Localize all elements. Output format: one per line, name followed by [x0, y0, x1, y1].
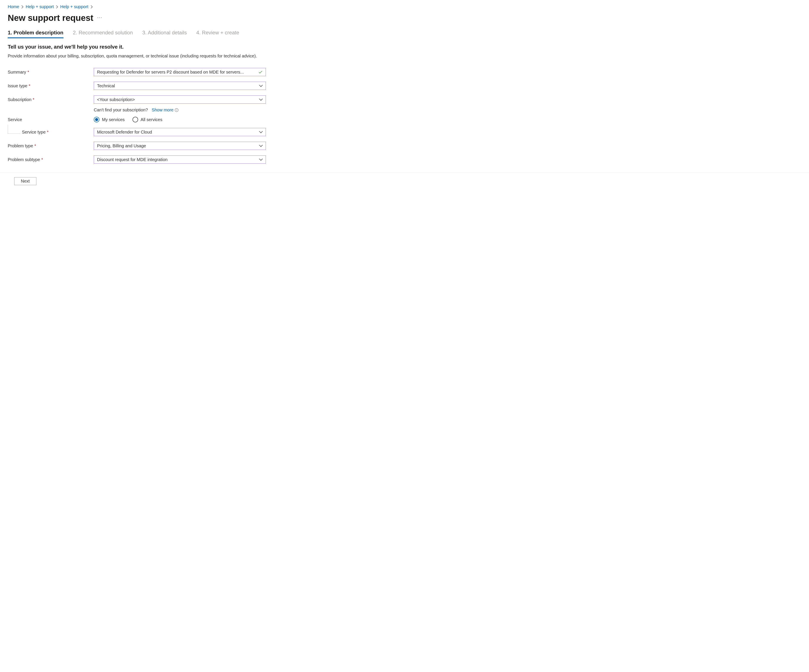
problem-subtype-select[interactable]: Discount request for MDE integration	[94, 156, 266, 164]
page-title: New support request	[8, 13, 93, 23]
show-more-link[interactable]: Show more	[152, 107, 173, 112]
svg-point-2	[176, 109, 177, 109]
subscription-hint: Can't find your subscription? Show more	[94, 107, 266, 112]
service-radio-all-services[interactable]: All services	[133, 117, 163, 122]
problem-subtype-label: Problem subtype*	[8, 157, 94, 162]
subscription-select[interactable]: <Your subscription>	[94, 96, 266, 104]
next-button[interactable]: Next	[14, 177, 36, 185]
section-heading: Tell us your issue, and we'll help you r…	[8, 44, 801, 50]
chevron-right-icon	[56, 5, 58, 8]
tab-problem-description[interactable]: 1. Problem description	[8, 28, 64, 38]
breadcrumb: Home Help + support Help + support	[8, 4, 801, 9]
problem-type-label: Problem type*	[8, 143, 94, 148]
more-actions-button[interactable]: ···	[97, 15, 102, 22]
tab-additional-details[interactable]: 3. Additional details	[143, 28, 187, 38]
service-type-select[interactable]: Microsoft Defender for Cloud	[94, 128, 266, 136]
support-form: Summary* Issue type* Technical	[8, 68, 266, 164]
subscription-label: Subscription*	[8, 97, 94, 102]
service-radio-all-label: All services	[141, 117, 163, 122]
footer-bar: Next	[0, 172, 809, 191]
issue-type-select[interactable]: Technical	[94, 82, 266, 90]
problem-type-select[interactable]: Pricing, Billing and Usage	[94, 142, 266, 150]
issue-type-label: Issue type*	[8, 84, 94, 89]
summary-label: Summary*	[8, 70, 94, 75]
service-radio-my-services[interactable]: My services	[94, 117, 125, 122]
tab-recommended-solution[interactable]: 2. Recommended solution	[73, 28, 133, 38]
service-type-label: Service type*	[22, 130, 49, 135]
section-helper-text: Provide information about your billing, …	[8, 53, 262, 59]
indent-connector	[8, 125, 20, 134]
info-icon[interactable]	[175, 108, 178, 112]
breadcrumb-home[interactable]: Home	[8, 4, 19, 9]
summary-input[interactable]	[94, 68, 266, 76]
chevron-right-icon	[21, 5, 23, 8]
tab-review-create[interactable]: 4. Review + create	[196, 28, 239, 38]
breadcrumb-help-support-2[interactable]: Help + support	[60, 4, 88, 9]
breadcrumb-help-support-1[interactable]: Help + support	[25, 4, 54, 9]
chevron-right-icon	[91, 5, 93, 8]
service-label: Service	[8, 117, 94, 122]
service-radio-my-label: My services	[102, 117, 125, 122]
wizard-tabs: 1. Problem description 2. Recommended so…	[8, 28, 801, 38]
